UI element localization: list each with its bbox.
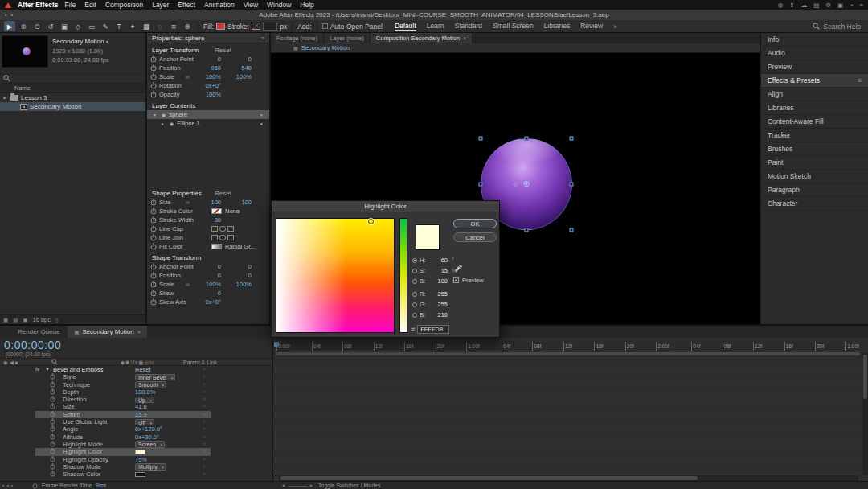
effect-header-row[interactable]: fx ▼ Bevel and Emboss Reset ○ bbox=[0, 366, 272, 373]
panel-tab[interactable]: Align ≡ bbox=[761, 88, 868, 101]
timeline-tab[interactable]: ▦ Secondary Motion × bbox=[68, 326, 147, 338]
pickwhip-icon[interactable]: ○ bbox=[203, 456, 206, 463]
link-dimensions-icon[interactable]: ∞ bbox=[186, 280, 190, 289]
property-row[interactable]: Scale ∞ 100% 100% bbox=[147, 280, 269, 289]
timeline-property-row[interactable]: Highlight Mode Screen ○ bbox=[0, 441, 272, 448]
timeline-property-row[interactable]: Altitude 0x+30.0° ○ bbox=[0, 434, 272, 441]
property-value[interactable]: 41.0 bbox=[135, 403, 147, 410]
property-row[interactable]: Skew Axis ∞ 0x+0° bbox=[147, 298, 269, 306]
property-value-2[interactable]: 540 bbox=[224, 64, 252, 72]
property-row[interactable]: Scale ∞ 100% 100% bbox=[147, 72, 269, 81]
pickwhip-icon[interactable]: ○ bbox=[203, 381, 206, 388]
roto-brush-tool[interactable]: ≋ bbox=[168, 21, 179, 31]
property-row[interactable]: Position ∞ 960 540 bbox=[147, 64, 269, 72]
component-value[interactable]: 255 bbox=[432, 301, 448, 308]
anchor-point-icon[interactable]: ⊕ bbox=[523, 180, 530, 188]
brush-tool[interactable]: ✦ bbox=[127, 21, 138, 31]
layer-row[interactable]: ▾ ◉ sphere ● bbox=[147, 110, 269, 119]
horizontal-scrollbar[interactable] bbox=[279, 475, 858, 481]
visibility-eye-icon[interactable]: ◉ bbox=[170, 121, 174, 126]
selection-handle[interactable] bbox=[570, 183, 574, 187]
project-bit-depth[interactable]: 16 bpc bbox=[32, 316, 51, 323]
property-value-2[interactable]: Radial Gr... bbox=[225, 242, 256, 251]
layer-row[interactable]: ▸ ◉ Ellipse 1 ● bbox=[147, 119, 269, 128]
timeline-property-row[interactable]: Use Global Light Off ○ bbox=[0, 418, 272, 425]
menu-item[interactable]: Animation bbox=[204, 1, 235, 9]
property-row[interactable]: Stroke Width ∞ 30 bbox=[147, 216, 269, 224]
close-icon[interactable]: × bbox=[137, 328, 141, 335]
toggle-switches-modes-button[interactable]: Toggle Switches / Modes bbox=[318, 483, 380, 488]
pickwhip-icon[interactable]: ○ bbox=[203, 425, 206, 433]
selected-item-name[interactable]: Secondary Motion bbox=[52, 38, 104, 45]
zoom-slider[interactable] bbox=[288, 486, 307, 487]
pen-tool[interactable]: ✎ bbox=[100, 21, 111, 31]
panel-tab[interactable]: Content-Aware Fill ≡ bbox=[761, 115, 868, 129]
property-value[interactable]: 100% bbox=[194, 280, 221, 289]
hex-value-field[interactable]: FFFFD8 bbox=[417, 325, 449, 334]
timeline-property-row[interactable]: Depth 100.0% ○ bbox=[0, 388, 272, 396]
comp-breadcrumb[interactable]: Secondary Motion bbox=[301, 44, 350, 51]
settings-gear-icon[interactable]: ⚙ bbox=[825, 2, 831, 9]
panel-tab[interactable]: Preview ≡ bbox=[761, 60, 868, 74]
pickwhip-icon[interactable]: ○ bbox=[203, 448, 206, 455]
shape-tool[interactable]: ▭ bbox=[86, 21, 97, 31]
color-swatch[interactable] bbox=[211, 208, 222, 214]
timeline-track-area[interactable]: 0:00f04f08f12f16f20f1:00f04f08f12f16f20f… bbox=[274, 326, 868, 481]
panel-tab[interactable]: Info ≡ bbox=[761, 33, 868, 47]
panel-tab[interactable]: Character ≡ bbox=[761, 197, 868, 211]
property-value[interactable] bbox=[135, 472, 145, 477]
viewer-tab[interactable]: Footage (none) × bbox=[271, 33, 324, 43]
radio-button[interactable] bbox=[412, 292, 417, 297]
property-row[interactable]: Line Join ∞ bbox=[147, 233, 269, 242]
mic-icon[interactable]: ◍ bbox=[778, 2, 784, 9]
component-value[interactable]: 255 bbox=[432, 290, 448, 298]
effect-name[interactable]: Bevel and Emboss bbox=[53, 366, 104, 373]
property-value-2[interactable]: 100 bbox=[224, 198, 252, 207]
property-value-2[interactable]: 100% bbox=[224, 280, 252, 289]
stopwatch-icon[interactable] bbox=[150, 243, 157, 252]
property-row[interactable]: Anchor Point ∞ 0 0 bbox=[147, 262, 269, 271]
property-value[interactable]: 30 bbox=[194, 216, 221, 224]
preview-toggle[interactable]: Preview bbox=[453, 277, 484, 284]
twirl-icon[interactable]: ▸ bbox=[162, 121, 166, 126]
clone-stamp-tool[interactable]: ▦ bbox=[141, 21, 152, 31]
menu-item[interactable]: File bbox=[65, 1, 76, 9]
selection-handle[interactable] bbox=[479, 137, 483, 141]
project-item-row[interactable]: ▾ Lesson 3 bbox=[0, 93, 145, 102]
radio-button[interactable] bbox=[412, 258, 417, 263]
pickwhip-icon[interactable]: ○ bbox=[203, 396, 206, 403]
property-value[interactable] bbox=[135, 450, 145, 454]
workspace-tab[interactable]: Standard bbox=[455, 22, 483, 31]
chevron-down-icon[interactable]: ▾ bbox=[106, 39, 108, 44]
visibility-eye-icon[interactable]: ◉ bbox=[162, 112, 166, 117]
pickwhip-icon[interactable]: ○ bbox=[203, 434, 206, 441]
current-time-indicator[interactable] bbox=[276, 342, 276, 475]
panel-tab[interactable]: Paragraph ≡ bbox=[761, 183, 868, 197]
panel-tab[interactable]: Motion Sketch ≡ bbox=[761, 170, 868, 183]
workspace-tab[interactable]: Review bbox=[580, 22, 603, 31]
timeline-tab[interactable]: ▦ Render Queue × bbox=[11, 326, 66, 338]
color-cursor[interactable] bbox=[368, 219, 374, 224]
property-value[interactable]: 0x+0° bbox=[194, 298, 221, 306]
property-value-2[interactable]: 0 bbox=[224, 271, 252, 280]
pickwhip-icon[interactable]: ○ bbox=[203, 366, 206, 373]
property-value[interactable]: 0 bbox=[194, 289, 221, 298]
pickwhip-icon[interactable]: ○ bbox=[203, 463, 206, 471]
link-dimensions-icon[interactable]: ∞ bbox=[186, 72, 190, 81]
fill-color-swatch[interactable] bbox=[216, 23, 225, 30]
panel-menu-icon[interactable]: ≡ bbox=[858, 77, 862, 84]
menu-item[interactable]: Help bbox=[300, 1, 313, 9]
selection-handle[interactable] bbox=[570, 137, 574, 141]
timeline-property-row[interactable]: Style Inner Bevel ○ bbox=[0, 373, 272, 380]
property-value[interactable]: Smooth bbox=[135, 381, 166, 388]
menu-item[interactable]: Effect bbox=[178, 1, 195, 9]
property-value[interactable]: 15.9 bbox=[135, 411, 147, 418]
twirl-icon[interactable]: ▼ bbox=[45, 366, 50, 373]
property-row[interactable]: Position ∞ 0 0 bbox=[147, 271, 269, 280]
panel-tab[interactable]: Libraries ≡ bbox=[761, 101, 868, 115]
new-folder-icon[interactable]: ▤ bbox=[13, 317, 18, 323]
pickwhip-icon[interactable]: ○ bbox=[203, 471, 206, 478]
property-value[interactable]: 100% bbox=[194, 90, 221, 99]
property-value[interactable]: Inner Bevel bbox=[135, 374, 175, 381]
property-value[interactable]: 0x+120.0° bbox=[135, 425, 162, 433]
